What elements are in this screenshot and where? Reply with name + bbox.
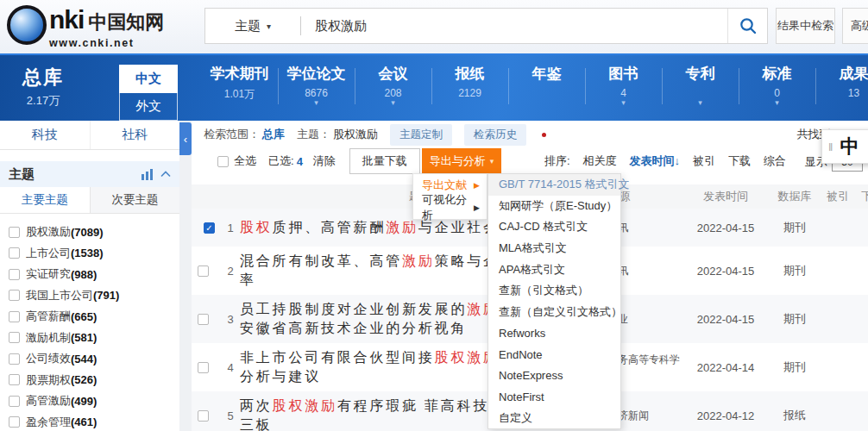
topic-checkbox[interactable] <box>9 374 20 385</box>
chevron-up-icon[interactable] <box>160 171 171 178</box>
export-analyze-button[interactable]: 导出与分析 ▾ <box>422 148 502 174</box>
topic-filter-item[interactable]: 股权激励(7089) <box>9 222 179 243</box>
export-menu-level1: 导出文献▶可视化分析▶ <box>412 173 487 220</box>
column-header-cited[interactable]: 被引 <box>821 189 855 204</box>
menu-item[interactable]: Refworks <box>488 322 620 344</box>
bar-chart-icon[interactable] <box>142 169 153 180</box>
topic-checkbox[interactable] <box>9 290 20 301</box>
advanced-search-button[interactable]: 高级检索 <box>842 8 868 44</box>
row-checkbox[interactable]: ✓ <box>204 222 215 234</box>
tab-chinese[interactable]: 中文 <box>119 65 178 93</box>
topic-filter-item[interactable]: 激励机制(581) <box>9 328 179 349</box>
tab-social-science[interactable]: 社科 <box>91 121 180 149</box>
menu-item[interactable]: EndNote <box>488 344 620 365</box>
topic-label: 上市公司 <box>26 246 71 261</box>
batch-download-button[interactable]: 批量下载 <box>349 148 420 174</box>
topic-filter-item[interactable]: 高管薪酬(665) <box>9 306 179 328</box>
filter-sidebar: 科技 社科 ‹ 主题 主要主题 次要主题 股权激励(7089)上市公司(1538… <box>0 121 192 431</box>
sidebar-collapse-button[interactable]: ‹ <box>179 122 192 155</box>
column-header-date[interactable]: 发表时间 <box>682 189 769 204</box>
topic-count: (665) <box>71 310 97 323</box>
sort-option-下载[interactable]: 下载 <box>728 153 751 169</box>
topic-filter-item[interactable]: 盈余管理(461) <box>9 412 179 431</box>
topic-checkbox[interactable] <box>9 353 20 365</box>
nav-item[interactable]: 图书4▾ <box>585 64 662 106</box>
topic-checkbox[interactable] <box>9 416 20 428</box>
nav-item[interactable]: 标准0▾ <box>739 64 815 106</box>
title-text: 质押、高管薪酬 <box>273 220 387 234</box>
menu-item[interactable]: 知网研学（原E-Study） <box>488 196 620 217</box>
nav-item[interactable]: 学术期刊1.01万 <box>201 64 278 106</box>
menu-item[interactable]: NoteExpress <box>488 365 620 386</box>
nav-item-label: 成果 <box>815 64 868 84</box>
search-in-results-button[interactable]: 结果中检索 <box>776 8 835 44</box>
cnki-logo[interactable]: nki 中国知网 www.cnki.net <box>7 5 164 49</box>
sort-option-相关度[interactable]: 相关度 <box>583 153 617 169</box>
topic-filter-item[interactable]: 实证研究(988) <box>9 264 179 285</box>
nav-item[interactable]: 年鉴 <box>508 64 585 106</box>
select-all-label[interactable]: 全选 <box>234 153 256 169</box>
nav-item-count: 4 <box>585 87 662 99</box>
search-history-button[interactable]: 检索历史 <box>464 124 526 146</box>
row-checkbox[interactable] <box>198 314 209 325</box>
nav-item[interactable]: 学位论文8676▾ <box>278 64 355 106</box>
nav-item[interactable]: 报纸2129 <box>431 64 508 106</box>
clear-selection-button[interactable]: 清除 <box>313 153 336 169</box>
topic-checkbox[interactable] <box>9 332 20 343</box>
sort-option-发表时间[interactable]: 发表时间↓ <box>630 153 681 169</box>
nav-item-label: 会议 <box>355 64 431 84</box>
search-button[interactable] <box>727 9 767 43</box>
topic-custom-button[interactable]: 主题定制 <box>390 124 452 146</box>
menu-item[interactable]: GB/T 7714-2015 格式引文 <box>488 174 620 196</box>
topic-checkbox[interactable] <box>9 227 20 238</box>
topic-count: (791) <box>93 289 119 302</box>
nav-item[interactable]: 成果13 <box>815 64 868 106</box>
tab-secondary-topics[interactable]: 次要主题 <box>90 187 180 213</box>
row-checkbox[interactable] <box>198 410 209 422</box>
topic-count: (988) <box>71 268 97 281</box>
topic-filter-item[interactable]: 我国上市公司(791) <box>9 285 179 307</box>
scope-value[interactable]: 总库 <box>262 127 285 142</box>
topic-filter-item[interactable]: 上市公司(1538) <box>9 243 179 265</box>
menu-item[interactable]: 可视化分析▶ <box>413 197 487 219</box>
nav-item-total-library[interactable]: 总库 2.17万 <box>22 65 64 109</box>
tab-science-tech[interactable]: 科技 <box>0 121 91 149</box>
menu-item[interactable]: APA格式引文 <box>488 259 620 280</box>
menu-item[interactable]: 查新（自定义引文格式） <box>488 302 620 323</box>
nav-item[interactable]: 专利▾ <box>662 64 739 106</box>
menu-item[interactable]: 自定义 <box>488 408 620 429</box>
chevron-right-icon: ▶ <box>474 203 480 212</box>
row-checkbox[interactable] <box>198 265 209 277</box>
tab-main-topics[interactable]: 主要主题 <box>0 187 90 213</box>
search-input[interactable] <box>301 9 727 43</box>
menu-item[interactable]: MLA格式引文 <box>488 238 620 259</box>
logo-text: nki 中国知网 www.cnki.net <box>49 5 164 49</box>
topic-label: 盈余管理 <box>26 415 71 430</box>
menu-item[interactable]: 查新（引文格式） <box>488 280 620 302</box>
column-header-download[interactable]: 下载 <box>855 189 868 204</box>
row-checkbox[interactable] <box>198 362 209 373</box>
topic-checkbox[interactable] <box>9 269 20 280</box>
menu-item[interactable]: CAJ-CD 格式引文 <box>488 216 620 238</box>
select-all-checkbox[interactable] <box>217 156 229 167</box>
column-header-database[interactable]: 数据库 <box>769 189 821 204</box>
tab-foreign[interactable]: 外文 <box>119 93 178 121</box>
selected-label: 已选: <box>268 153 294 169</box>
chevron-down-icon: ▾ <box>662 99 739 106</box>
topic-filter-item[interactable]: 股票期权(526) <box>9 370 179 391</box>
nav-item[interactable]: 会议208▾ <box>355 64 431 106</box>
topic-filter-item[interactable]: 高管激励(499) <box>9 390 179 412</box>
row-date: 2022-04-15 <box>682 222 769 234</box>
topic-count: (526) <box>71 373 97 386</box>
sort-option-被引[interactable]: 被引 <box>693 153 715 169</box>
topic-filter-item[interactable]: 公司绩效(544) <box>9 348 179 370</box>
translate-widget[interactable]: ‖ 中 <box>821 129 868 164</box>
drag-handle-icon[interactable]: ‖ <box>828 141 833 153</box>
topic-checkbox[interactable] <box>9 396 20 407</box>
menu-item[interactable]: NoteFirst <box>488 386 620 408</box>
search-field-select[interactable]: 主题 ▾ <box>205 9 300 43</box>
topic-label: 我国上市公司 <box>26 288 93 303</box>
topic-checkbox[interactable] <box>9 247 20 259</box>
sort-option-综合[interactable]: 综合 <box>764 153 786 169</box>
topic-checkbox[interactable] <box>9 311 20 322</box>
